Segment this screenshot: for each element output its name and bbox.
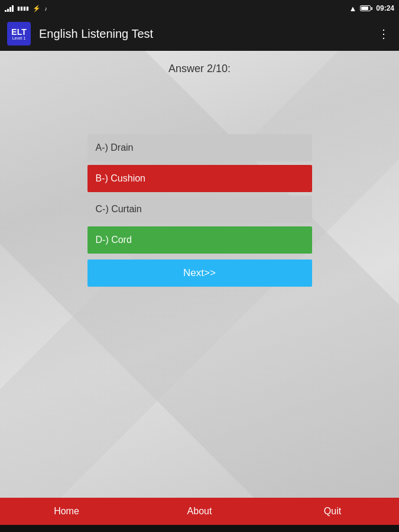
logo-level-text: Level 1	[12, 36, 26, 40]
signal-icon	[5, 5, 14, 12]
quit-nav-button[interactable]: Quit	[266, 498, 399, 525]
option-d-button[interactable]: D-) Cord	[87, 226, 312, 254]
app-title: English Listening Test	[39, 27, 367, 41]
usb-icon: ⚡	[33, 5, 41, 12]
status-time: 09:24	[376, 4, 394, 12]
options-container: A-) Drain B-) Cushion C-) Curtain D-) Co…	[87, 134, 312, 287]
signal-bars-icon: ▮▮▮▮	[17, 5, 29, 11]
status-bar: ▮▮▮▮ ⚡ ♪ ▲ 09:24	[0, 0, 399, 17]
app-logo: ELT Level 1	[7, 22, 31, 46]
status-left-icons: ▮▮▮▮ ⚡ ♪	[5, 5, 47, 12]
media-icon: ♪	[44, 5, 47, 12]
home-nav-button[interactable]: Home	[0, 498, 133, 525]
wifi-icon: ▲	[349, 4, 356, 13]
answer-label: Answer 2/10:	[168, 63, 231, 75]
android-nav-bar: ← ⌂ ▭	[0, 525, 399, 532]
status-right-icons: ▲ 09:24	[349, 4, 394, 13]
option-a-button[interactable]: A-) Drain	[87, 134, 312, 161]
option-c-button[interactable]: C-) Curtain	[87, 196, 312, 223]
battery-icon	[360, 5, 372, 11]
next-button[interactable]: Next>>	[87, 259, 312, 287]
option-b-button[interactable]: B-) Cushion	[87, 165, 312, 192]
menu-icon[interactable]: ⋮	[375, 24, 392, 43]
logo-elt-text: ELT	[11, 28, 26, 36]
about-nav-button[interactable]: About	[133, 498, 266, 525]
bottom-nav-bar: Home About Quit	[0, 498, 399, 525]
main-content: Answer 2/10: A-) Drain B-) Cushion C-) C…	[0, 51, 399, 498]
app-bar: ELT Level 1 English Listening Test ⋮	[0, 17, 399, 51]
